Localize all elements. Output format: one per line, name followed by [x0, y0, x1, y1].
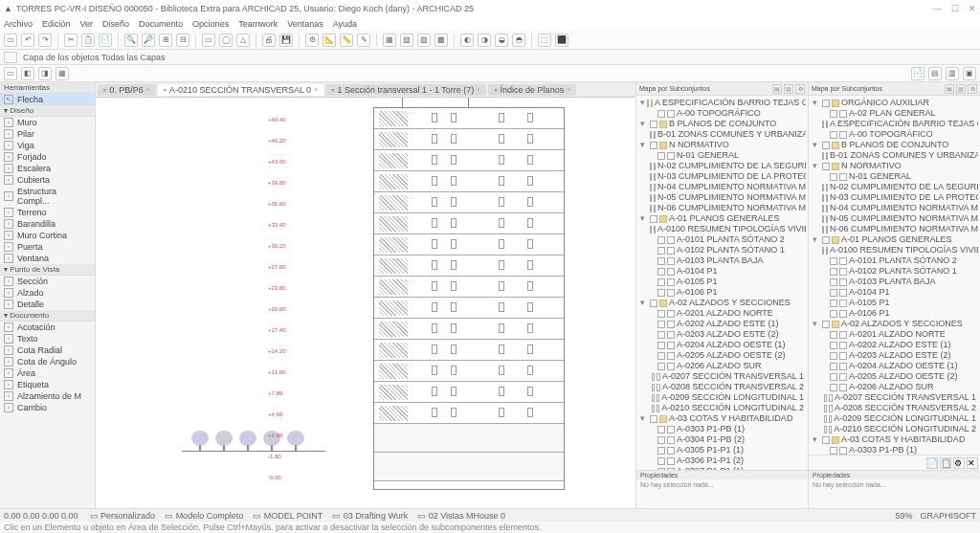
toolbar-btn-35[interactable]: ⬚ — [538, 33, 551, 47]
checkbox[interactable] — [830, 278, 837, 286]
tree-node[interactable]: N-05 CUMPLIMIENTO NORMATIVA MUNICIPAL AP… — [638, 192, 806, 203]
checkbox[interactable] — [652, 405, 655, 412]
checkbox[interactable] — [822, 247, 824, 255]
tree-node[interactable]: N-01 GENERAL — [811, 171, 978, 182]
toolbar-btn-26[interactable]: ▧ — [400, 33, 413, 47]
tool-Sección[interactable]: ▫Sección — [0, 276, 95, 287]
tree-node[interactable]: A-0204 ALZADO OESTE (1) — [811, 361, 978, 371]
checkbox[interactable] — [822, 226, 824, 233]
tree-node[interactable]: N-03 CUMPLIMIENTO DE LA PROTECCIÓN FRENT… — [638, 171, 806, 182]
menu-documento[interactable]: Documento — [139, 19, 183, 29]
checkbox[interactable] — [657, 236, 665, 244]
checkbox[interactable] — [830, 300, 837, 307]
tree-node[interactable]: A-0205 ALZADO OESTE (2) — [811, 371, 978, 382]
status-item[interactable]: ▭ MODEL POINT — [253, 511, 323, 521]
checkbox[interactable] — [657, 247, 665, 255]
checkbox[interactable] — [830, 352, 837, 360]
tab-close-icon[interactable]: × — [146, 86, 150, 93]
checkbox[interactable] — [657, 457, 665, 465]
checkbox[interactable] — [650, 163, 652, 170]
toolbar-btn-20[interactable]: ⚙ — [305, 33, 319, 47]
tree-node[interactable]: A-0203 ALZADO ESTE (2) — [638, 329, 806, 340]
toolbar-btn-36[interactable]: ⬛ — [555, 33, 568, 47]
checkbox[interactable] — [657, 152, 665, 160]
menu-archivo[interactable]: Archivo — [4, 19, 33, 29]
tree-node[interactable]: N-01 GENERAL — [638, 150, 806, 161]
nav-action-new[interactable]: 📄 — [926, 457, 938, 469]
tree-node[interactable]: A-0210 SECCIÓN LONGITUDINAL 2 — [811, 424, 978, 434]
tree-node[interactable]: ▾A-03 COTAS Y HABITABILIDAD — [638, 413, 806, 424]
tree-node[interactable]: A-0207 SECCIÓN TRANSVERSAL 1 — [638, 371, 806, 382]
tree-node[interactable]: N-06 CUMPLIMIENTO NORMATIVA MUNICIPAL A.… — [811, 224, 978, 234]
tab-close-icon[interactable]: × — [477, 86, 480, 93]
checkbox[interactable] — [822, 205, 824, 212]
toolbar-btn-17[interactable]: 🖨 — [262, 33, 276, 47]
toolbox-group-Punto de Vista[interactable]: ▾ Punto de Vista — [0, 264, 95, 276]
nav-view-icon[interactable]: ▤ — [928, 67, 942, 80]
checkbox[interactable] — [657, 321, 665, 328]
toggle-icon[interactable]: ▾ — [640, 298, 648, 308]
tree-node[interactable]: A-0205 ALZADO OESTE (2) — [638, 350, 806, 361]
checkbox[interactable] — [822, 321, 830, 328]
status-item[interactable]: ▭ 02 Vistas MHouse 0 — [417, 511, 505, 521]
toolbar-btn-8[interactable]: 🔍 — [124, 33, 138, 47]
tree-node[interactable]: ▾ORGÁNICO AUXILIAR — [811, 98, 978, 108]
checkbox[interactable] — [650, 226, 652, 233]
tool-Escalera[interactable]: ▫Escalera — [0, 163, 95, 174]
menu-diseño[interactable]: Diseño — [102, 19, 129, 29]
checkbox[interactable] — [822, 121, 824, 128]
minimize-button[interactable]: — — [933, 4, 942, 13]
checkbox[interactable] — [824, 426, 827, 433]
checkbox[interactable] — [657, 110, 665, 118]
toggle-icon[interactable]: ▾ — [640, 413, 648, 424]
tree-node[interactable]: A-0203 ALZADO ESTE (2) — [811, 350, 978, 361]
tree-node[interactable]: ▾A-01 PLANOS GENERALES — [638, 213, 806, 224]
nav-action-copy[interactable]: 📋 — [940, 457, 951, 469]
nav-left-tree[interactable]: ▾A ESPECIFICACIÓN BARRIO TEJAS COLORADAS… — [636, 96, 808, 470]
checkbox[interactable] — [830, 342, 837, 349]
toolbar-btn-22[interactable]: 📏 — [340, 33, 353, 47]
tool-Etiqueta[interactable]: ▫Etiqueta — [0, 379, 95, 390]
checkbox[interactable] — [822, 100, 830, 107]
tree-node[interactable]: A-0207 SECCIÓN TRANSVERSAL 1 — [811, 392, 978, 403]
tree-node[interactable]: ▾A-02 ALZADOS Y SECCIONES — [811, 319, 978, 329]
tree-node[interactable]: N-02 CUMPLIMIENTO DE LA SEGURIDAD CONTRA… — [811, 182, 978, 192]
menu-ver[interactable]: Ver — [80, 19, 94, 29]
tree-node[interactable]: A-0206 ALZADO SUR — [638, 361, 806, 371]
tree-node[interactable]: A-0103 PLANTA BAJA — [638, 255, 806, 266]
tree-node[interactable]: ▾B PLANOS DE CONJUNTO — [638, 119, 806, 129]
checkbox[interactable] — [657, 310, 665, 318]
tool-Estructura Compl...[interactable]: ▫Estructura Compl... — [0, 186, 95, 207]
tree-node[interactable]: B-01 ZONAS COMUNES Y URBANIZACIÓN — [638, 129, 806, 140]
tree-node[interactable]: A-0208 SECCIÓN TRANSVERSAL 2 — [638, 382, 806, 392]
checkbox[interactable] — [657, 352, 665, 360]
tool-Barandilla[interactable]: ▫Barandilla — [0, 218, 95, 230]
checkbox[interactable] — [650, 173, 652, 181]
tool-Muro[interactable]: ▫Muro — [0, 117, 95, 128]
tool-Detalle[interactable]: ▫Detalle — [0, 299, 95, 310]
tree-node[interactable]: ▾B PLANOS DE CONJUNTO — [811, 140, 978, 150]
checkbox[interactable] — [822, 184, 824, 191]
checkbox[interactable] — [657, 447, 665, 455]
nav-btn[interactable]: ▥ — [784, 84, 793, 94]
toggle-icon[interactable]: ▾ — [813, 98, 820, 108]
checkbox[interactable] — [824, 405, 827, 412]
toolbar-btn-1[interactable]: ↶ — [21, 33, 34, 47]
tree-node[interactable]: N-02 CUMPLIMIENTO DE LA SEGURIDAD CONTRA… — [638, 161, 806, 171]
menu-ventanas[interactable]: Ventanas — [287, 19, 323, 29]
view-tab[interactable]: ▫0. PB/P6× — [98, 84, 156, 96]
tree-node[interactable]: A-0201 ALZADO NORTE — [811, 329, 978, 340]
tree-node[interactable]: A-0303 P1-PB (1) — [638, 424, 806, 434]
toggle-icon[interactable]: ▾ — [813, 434, 820, 445]
tree-node[interactable]: N-06 CUMPLIMIENTO NORMATIVA MUNICIPAL AP… — [638, 203, 806, 213]
nav-action-delete[interactable]: ✕ — [967, 457, 978, 469]
status-item[interactable]: ▭ Personalizado — [90, 511, 156, 521]
checkbox[interactable] — [830, 363, 837, 370]
checkbox[interactable] — [822, 152, 824, 160]
tree-node[interactable]: A-0102 PLANTA SÓTANO 1 — [638, 245, 806, 255]
tree-node[interactable]: N-04 CUMPLIMIENTO NORMATIVA MUNICIPAL AP… — [638, 182, 806, 192]
checkbox[interactable] — [830, 268, 837, 276]
tool-Acotación[interactable]: ▫Acotación — [0, 322, 95, 333]
tree-node[interactable]: A-0106 P1 — [811, 308, 978, 319]
toggle-icon[interactable]: ▾ — [813, 161, 820, 171]
